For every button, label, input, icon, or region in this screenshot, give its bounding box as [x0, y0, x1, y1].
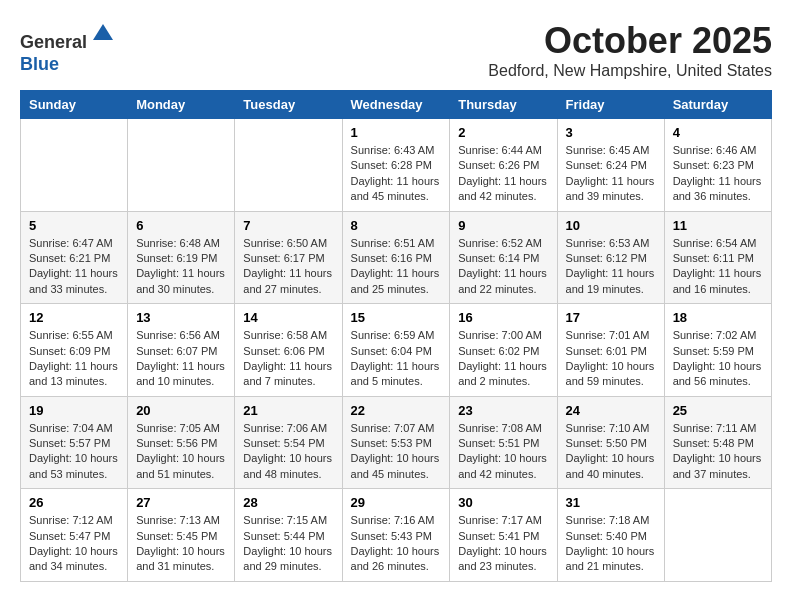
day-number: 20 — [136, 403, 226, 418]
calendar-cell: 18Sunrise: 7:02 AM Sunset: 5:59 PM Dayli… — [664, 304, 771, 397]
day-number: 14 — [243, 310, 333, 325]
calendar-cell: 19Sunrise: 7:04 AM Sunset: 5:57 PM Dayli… — [21, 396, 128, 489]
day-number: 31 — [566, 495, 656, 510]
day-info: Sunrise: 6:45 AM Sunset: 6:24 PM Dayligh… — [566, 143, 656, 205]
day-info: Sunrise: 7:07 AM Sunset: 5:53 PM Dayligh… — [351, 421, 442, 483]
day-number: 7 — [243, 218, 333, 233]
day-info: Sunrise: 7:02 AM Sunset: 5:59 PM Dayligh… — [673, 328, 763, 390]
day-info: Sunrise: 6:58 AM Sunset: 6:06 PM Dayligh… — [243, 328, 333, 390]
day-info: Sunrise: 6:54 AM Sunset: 6:11 PM Dayligh… — [673, 236, 763, 298]
day-info: Sunrise: 7:11 AM Sunset: 5:48 PM Dayligh… — [673, 421, 763, 483]
calendar-cell: 13Sunrise: 6:56 AM Sunset: 6:07 PM Dayli… — [128, 304, 235, 397]
calendar-cell: 22Sunrise: 7:07 AM Sunset: 5:53 PM Dayli… — [342, 396, 450, 489]
day-info: Sunrise: 6:47 AM Sunset: 6:21 PM Dayligh… — [29, 236, 119, 298]
day-info: Sunrise: 7:10 AM Sunset: 5:50 PM Dayligh… — [566, 421, 656, 483]
day-info: Sunrise: 6:43 AM Sunset: 6:28 PM Dayligh… — [351, 143, 442, 205]
day-info: Sunrise: 7:17 AM Sunset: 5:41 PM Dayligh… — [458, 513, 548, 575]
day-number: 11 — [673, 218, 763, 233]
day-number: 12 — [29, 310, 119, 325]
calendar-header-row: SundayMondayTuesdayWednesdayThursdayFrid… — [21, 91, 772, 119]
day-info: Sunrise: 7:15 AM Sunset: 5:44 PM Dayligh… — [243, 513, 333, 575]
day-number: 19 — [29, 403, 119, 418]
day-number: 26 — [29, 495, 119, 510]
calendar-cell: 3Sunrise: 6:45 AM Sunset: 6:24 PM Daylig… — [557, 119, 664, 212]
day-info: Sunrise: 6:56 AM Sunset: 6:07 PM Dayligh… — [136, 328, 226, 390]
day-info: Sunrise: 7:04 AM Sunset: 5:57 PM Dayligh… — [29, 421, 119, 483]
logo-icon — [89, 20, 117, 48]
day-info: Sunrise: 6:50 AM Sunset: 6:17 PM Dayligh… — [243, 236, 333, 298]
day-number: 13 — [136, 310, 226, 325]
calendar-cell: 25Sunrise: 7:11 AM Sunset: 5:48 PM Dayli… — [664, 396, 771, 489]
day-number: 5 — [29, 218, 119, 233]
day-number: 18 — [673, 310, 763, 325]
logo-blue: Blue — [20, 54, 59, 74]
calendar-table: SundayMondayTuesdayWednesdayThursdayFrid… — [20, 90, 772, 582]
day-info: Sunrise: 7:18 AM Sunset: 5:40 PM Dayligh… — [566, 513, 656, 575]
day-number: 27 — [136, 495, 226, 510]
day-number: 29 — [351, 495, 442, 510]
day-number: 24 — [566, 403, 656, 418]
calendar-cell: 28Sunrise: 7:15 AM Sunset: 5:44 PM Dayli… — [235, 489, 342, 582]
day-number: 8 — [351, 218, 442, 233]
day-info: Sunrise: 6:59 AM Sunset: 6:04 PM Dayligh… — [351, 328, 442, 390]
calendar-cell: 30Sunrise: 7:17 AM Sunset: 5:41 PM Dayli… — [450, 489, 557, 582]
calendar-cell: 29Sunrise: 7:16 AM Sunset: 5:43 PM Dayli… — [342, 489, 450, 582]
calendar-cell: 16Sunrise: 7:00 AM Sunset: 6:02 PM Dayli… — [450, 304, 557, 397]
calendar-cell: 5Sunrise: 6:47 AM Sunset: 6:21 PM Daylig… — [21, 211, 128, 304]
day-info: Sunrise: 6:46 AM Sunset: 6:23 PM Dayligh… — [673, 143, 763, 205]
day-info: Sunrise: 7:06 AM Sunset: 5:54 PM Dayligh… — [243, 421, 333, 483]
calendar-cell: 1Sunrise: 6:43 AM Sunset: 6:28 PM Daylig… — [342, 119, 450, 212]
col-header-saturday: Saturday — [664, 91, 771, 119]
calendar-cell: 2Sunrise: 6:44 AM Sunset: 6:26 PM Daylig… — [450, 119, 557, 212]
month-title: October 2025 — [488, 20, 772, 62]
day-info: Sunrise: 6:52 AM Sunset: 6:14 PM Dayligh… — [458, 236, 548, 298]
day-number: 28 — [243, 495, 333, 510]
calendar-cell — [664, 489, 771, 582]
col-header-friday: Friday — [557, 91, 664, 119]
logo: General Blue — [20, 20, 117, 75]
day-info: Sunrise: 7:05 AM Sunset: 5:56 PM Dayligh… — [136, 421, 226, 483]
calendar-cell: 9Sunrise: 6:52 AM Sunset: 6:14 PM Daylig… — [450, 211, 557, 304]
calendar-cell — [21, 119, 128, 212]
col-header-monday: Monday — [128, 91, 235, 119]
calendar-cell: 14Sunrise: 6:58 AM Sunset: 6:06 PM Dayli… — [235, 304, 342, 397]
calendar-cell: 31Sunrise: 7:18 AM Sunset: 5:40 PM Dayli… — [557, 489, 664, 582]
day-number: 2 — [458, 125, 548, 140]
calendar-cell: 8Sunrise: 6:51 AM Sunset: 6:16 PM Daylig… — [342, 211, 450, 304]
calendar-week-5: 26Sunrise: 7:12 AM Sunset: 5:47 PM Dayli… — [21, 489, 772, 582]
calendar-cell: 17Sunrise: 7:01 AM Sunset: 6:01 PM Dayli… — [557, 304, 664, 397]
title-block: October 2025 Bedford, New Hampshire, Uni… — [488, 20, 772, 80]
day-number: 6 — [136, 218, 226, 233]
calendar-cell: 21Sunrise: 7:06 AM Sunset: 5:54 PM Dayli… — [235, 396, 342, 489]
day-info: Sunrise: 7:01 AM Sunset: 6:01 PM Dayligh… — [566, 328, 656, 390]
day-info: Sunrise: 6:55 AM Sunset: 6:09 PM Dayligh… — [29, 328, 119, 390]
day-number: 1 — [351, 125, 442, 140]
day-number: 21 — [243, 403, 333, 418]
calendar-week-3: 12Sunrise: 6:55 AM Sunset: 6:09 PM Dayli… — [21, 304, 772, 397]
day-info: Sunrise: 6:53 AM Sunset: 6:12 PM Dayligh… — [566, 236, 656, 298]
day-info: Sunrise: 7:16 AM Sunset: 5:43 PM Dayligh… — [351, 513, 442, 575]
day-info: Sunrise: 7:12 AM Sunset: 5:47 PM Dayligh… — [29, 513, 119, 575]
day-number: 15 — [351, 310, 442, 325]
col-header-sunday: Sunday — [21, 91, 128, 119]
day-info: Sunrise: 7:13 AM Sunset: 5:45 PM Dayligh… — [136, 513, 226, 575]
day-number: 4 — [673, 125, 763, 140]
location: Bedford, New Hampshire, United States — [488, 62, 772, 80]
day-number: 3 — [566, 125, 656, 140]
calendar-week-2: 5Sunrise: 6:47 AM Sunset: 6:21 PM Daylig… — [21, 211, 772, 304]
day-number: 10 — [566, 218, 656, 233]
calendar-cell: 26Sunrise: 7:12 AM Sunset: 5:47 PM Dayli… — [21, 489, 128, 582]
calendar-cell — [235, 119, 342, 212]
calendar-cell — [128, 119, 235, 212]
day-info: Sunrise: 6:48 AM Sunset: 6:19 PM Dayligh… — [136, 236, 226, 298]
day-info: Sunrise: 7:08 AM Sunset: 5:51 PM Dayligh… — [458, 421, 548, 483]
day-info: Sunrise: 6:51 AM Sunset: 6:16 PM Dayligh… — [351, 236, 442, 298]
day-number: 30 — [458, 495, 548, 510]
calendar-cell: 27Sunrise: 7:13 AM Sunset: 5:45 PM Dayli… — [128, 489, 235, 582]
col-header-wednesday: Wednesday — [342, 91, 450, 119]
calendar-cell: 23Sunrise: 7:08 AM Sunset: 5:51 PM Dayli… — [450, 396, 557, 489]
calendar-week-4: 19Sunrise: 7:04 AM Sunset: 5:57 PM Dayli… — [21, 396, 772, 489]
calendar-cell: 12Sunrise: 6:55 AM Sunset: 6:09 PM Dayli… — [21, 304, 128, 397]
calendar-cell: 24Sunrise: 7:10 AM Sunset: 5:50 PM Dayli… — [557, 396, 664, 489]
calendar-cell: 7Sunrise: 6:50 AM Sunset: 6:17 PM Daylig… — [235, 211, 342, 304]
